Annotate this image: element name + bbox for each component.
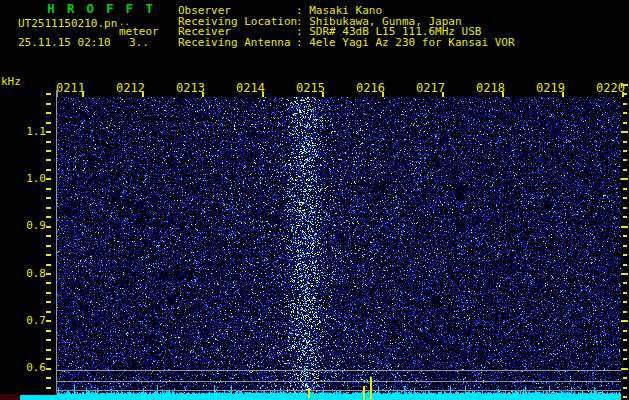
time-tick-label: 0213 (175, 82, 205, 94)
time-tick-label: 0219 (535, 82, 565, 94)
freq-minor-tick (46, 178, 51, 180)
frequency-axis-unit: kHz (1, 76, 21, 87)
right-minor-tick (623, 301, 627, 303)
right-minor-tick (623, 254, 627, 256)
time-tick-label: 0212 (115, 82, 145, 94)
right-minor-tick (623, 150, 627, 152)
right-minor-tick (623, 216, 627, 218)
freq-minor-tick (46, 387, 51, 389)
spectrogram-plot (57, 97, 621, 400)
freq-tick-label: 1.1 (22, 126, 46, 137)
freq-minor-tick (46, 169, 51, 171)
capture-filename: UT2511150210.pn (18, 18, 117, 29)
right-major-tick (621, 131, 628, 133)
right-minor-tick (623, 169, 627, 171)
freq-minor-tick (46, 131, 51, 133)
freq-minor-tick (46, 358, 51, 360)
freq-minor-tick (46, 292, 51, 294)
freq-minor-tick (46, 273, 51, 275)
freq-tick-label: 0.8 (22, 268, 46, 279)
freq-tick-label: 0.7 (22, 315, 46, 326)
freq-minor-tick (46, 311, 51, 313)
right-minor-tick (623, 311, 627, 313)
time-tick-label: 0214 (235, 82, 265, 94)
freq-minor-tick (46, 254, 51, 256)
signal-meter-left-extension (19, 395, 57, 400)
freq-minor-tick (46, 330, 51, 332)
right-minor-tick (623, 245, 627, 247)
freq-tick-label: 0.6 (22, 362, 46, 373)
freq-minor-tick (46, 216, 51, 218)
right-minor-tick (623, 235, 627, 237)
freq-minor-tick (46, 245, 51, 247)
right-major-tick (621, 178, 628, 180)
freq-minor-tick (46, 339, 51, 341)
right-major-tick (621, 273, 628, 275)
time-tick-label: 0215 (295, 82, 325, 94)
freq-minor-tick (46, 112, 51, 114)
right-minor-tick (623, 349, 627, 351)
info-row: Receiving Antenna: 4ele Yagi Az 230 for … (178, 37, 515, 48)
station-info-block: Observer: Masaki KanoReceiving Location:… (178, 5, 515, 48)
timestamp: 25.11.15 02:10 (18, 37, 111, 48)
right-minor-tick (623, 159, 627, 161)
freq-minor-tick (46, 301, 51, 303)
right-major-tick (621, 226, 628, 228)
right-minor-tick (623, 207, 627, 209)
time-tick-label: 0211 (55, 82, 85, 94)
freq-minor-tick (46, 150, 51, 152)
freq-minor-tick (46, 368, 51, 370)
noise-level-red-strip (0, 394, 20, 400)
freq-minor-tick (46, 93, 51, 95)
right-minor-tick (623, 282, 627, 284)
right-minor-tick (623, 141, 627, 143)
freq-minor-tick (46, 197, 51, 199)
right-minor-tick (623, 264, 627, 266)
right-minor-tick (623, 103, 627, 105)
info-label: Receiving Antenna (178, 37, 296, 48)
right-minor-tick (623, 339, 627, 341)
right-minor-tick (623, 377, 627, 379)
freq-minor-tick (46, 349, 51, 351)
right-minor-tick (623, 387, 627, 389)
freq-minor-tick (46, 264, 51, 266)
freq-minor-tick (46, 141, 51, 143)
right-minor-tick (623, 396, 627, 398)
right-minor-tick (623, 197, 627, 199)
hrofft-window: H R O F F T UT2511150210.pn .. meteor 25… (0, 0, 629, 400)
freq-minor-tick (46, 320, 51, 322)
right-minor-tick (623, 122, 627, 124)
freq-minor-tick (46, 377, 51, 379)
right-minor-tick (623, 330, 627, 332)
freq-minor-tick (46, 207, 51, 209)
freq-tick-label: 1.0 (22, 173, 46, 184)
right-major-tick (621, 84, 628, 86)
freq-minor-tick (46, 188, 51, 190)
freq-minor-tick (46, 103, 51, 105)
time-tick-label: 0216 (355, 82, 385, 94)
right-minor-tick (623, 358, 627, 360)
app-title: H R O F F T (47, 2, 155, 15)
right-minor-tick (623, 188, 627, 190)
info-value: : 4ele Yagi Az 230 for Kansai VOR (296, 36, 515, 49)
freq-minor-tick (46, 226, 51, 228)
freq-minor-tick (46, 122, 51, 124)
right-minor-tick (623, 292, 627, 294)
right-major-tick (621, 368, 628, 370)
time-tick-label: 0217 (415, 82, 445, 94)
freq-tick-label: 0.9 (22, 220, 46, 231)
freq-minor-tick (46, 282, 51, 284)
right-minor-tick (623, 93, 627, 95)
freq-minor-tick (46, 159, 51, 161)
freq-minor-tick (46, 235, 51, 237)
sample-count: 3.. (129, 37, 149, 48)
right-minor-tick (623, 112, 627, 114)
right-major-tick (621, 320, 628, 322)
time-tick-label: 0218 (475, 82, 505, 94)
